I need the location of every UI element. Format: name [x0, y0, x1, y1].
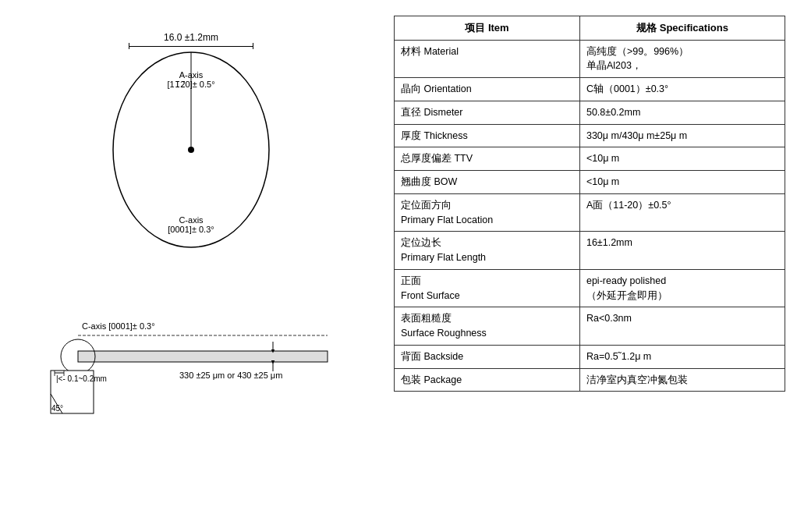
edge-label: |<- 0.1~0.2mm	[56, 374, 107, 383]
c-axis-cross-label: C-axis [0001]± 0.3°	[82, 321, 155, 331]
item-cell: 晶向 Orientation	[395, 78, 580, 101]
item-cell: 定位面方向 Primary Flat Location	[395, 193, 580, 232]
diameter-label: 16.0 ±1.2mm	[164, 32, 218, 43]
svg-point-2	[188, 147, 194, 153]
table-row: 材料 Material高纯度（>99。996%） 单晶Al203，	[395, 40, 785, 78]
table-row: 厚度 Thickness330μ m/430μ m±25μ m	[395, 124, 785, 147]
table-row: 定位面方向 Primary Flat LocationA面（11-20）±0.5…	[395, 193, 785, 232]
item-cell: 表面粗糙度 Surface Roughness	[395, 307, 580, 346]
spec-cell: <10μ m	[579, 147, 785, 171]
item-cell: 厚度 Thickness	[395, 124, 580, 147]
table-row: 表面粗糙度 Surface RoughnessRa<0.3nm	[395, 307, 785, 346]
spec-cell: 洁净室内真空冲氮包装	[579, 368, 785, 392]
spec-cell: 50.8±0.2mm	[579, 101, 785, 124]
table-row: 背面 BacksideRa=0.5˜1.2μ m	[395, 345, 785, 368]
spec-cell: A面（11-20）±0.5°	[579, 193, 785, 232]
spec-cell: epi-ready polished （外延开盒即用）	[579, 269, 785, 307]
a-axis-label: A-axis [11̄2̄0]± 0.5°	[167, 70, 214, 90]
table-row: 晶向 OrientationC轴（0001）±0.3°	[395, 78, 785, 101]
svg-rect-3	[78, 351, 328, 362]
spec-cell: 16±1.2mm	[579, 232, 785, 270]
item-cell: 包装 Package	[395, 368, 580, 392]
cross-section-svg	[39, 289, 367, 445]
table-row: 翘曲度 BOW<10μ m	[395, 171, 785, 194]
item-cell: 材料 Material	[395, 40, 580, 78]
specs-table: 项目 Item 规格 Specifications 材料 Material高纯度…	[394, 16, 785, 392]
right-panel: 项目 Item 规格 Specifications 材料 Material高纯度…	[382, 0, 797, 532]
spec-cell: 高纯度（>99。996%） 单晶Al203，	[579, 40, 785, 78]
angle-label: 45°	[51, 404, 63, 413]
spec-cell: 330μ m/430μ m±25μ m	[579, 124, 785, 147]
item-cell: 直径 Dismeter	[395, 101, 580, 124]
c-axis-label: C-axis [0001]± 0.3°	[168, 215, 214, 234]
item-cell: 背面 Backside	[395, 345, 580, 368]
wafer-diagram: 16.0 ±1.2mm	[66, 31, 316, 273]
table-row: 总厚度偏差 TTV<10μ m	[395, 147, 785, 171]
cross-section-diagram: C-axis [0001]± 0.3° 330 ±25 μm or 430 ±2…	[39, 289, 367, 445]
spec-cell: <10μ m	[579, 171, 785, 194]
wafer-circle-container: A-axis [11̄2̄0]± 0.5° C-axis [0001]± 0.3…	[109, 48, 273, 251]
item-cell: 正面 Front Surface	[395, 269, 580, 307]
thickness-cross-label: 330 ±25 μm or 430 ±25 μm	[179, 371, 282, 380]
table-row: 直径 Dismeter50.8±0.2mm	[395, 101, 785, 124]
spec-cell: C轴（0001）±0.3°	[579, 78, 785, 101]
col1-header: 项目 Item	[395, 16, 580, 41]
table-row: 正面 Front Surfaceepi-ready polished （外延开盒…	[395, 269, 785, 307]
item-cell: 定位边长 Primary Flat Length	[395, 232, 580, 270]
item-cell: 总厚度偏差 TTV	[395, 147, 580, 171]
table-row: 包装 Package洁净室内真空冲氮包装	[395, 368, 785, 392]
diameter-dimension: 16.0 ±1.2mm	[129, 31, 253, 49]
spec-cell: Ra<0.3nm	[579, 307, 785, 346]
table-row: 定位边长 Primary Flat Length16±1.2mm	[395, 232, 785, 270]
col2-header: 规格 Specifications	[579, 16, 785, 41]
item-cell: 翘曲度 BOW	[395, 171, 580, 194]
spec-cell: Ra=0.5˜1.2μ m	[579, 345, 785, 368]
left-panel: 16.0 ±1.2mm	[0, 0, 382, 532]
table-header-row: 项目 Item 规格 Specifications	[395, 16, 785, 41]
